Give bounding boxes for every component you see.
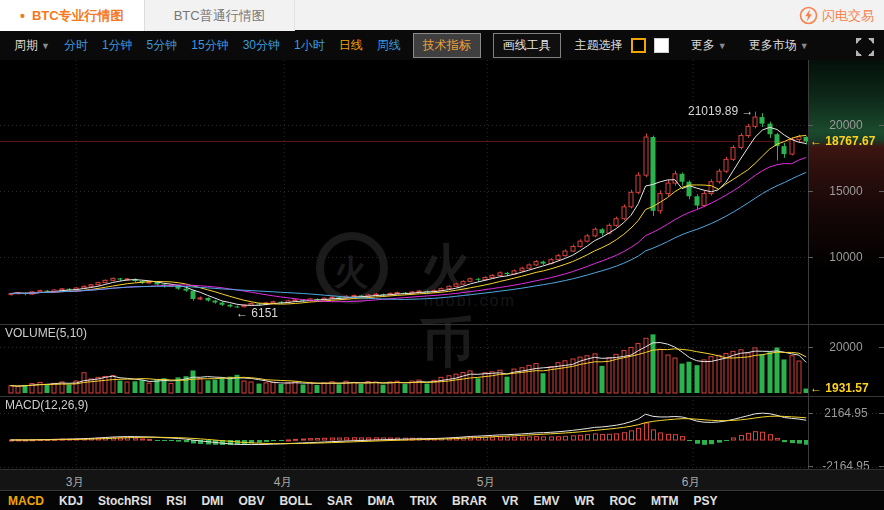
- high-price-annotation: 21019.89 →: [688, 104, 753, 118]
- indicator-tab-brar[interactable]: BRAR: [452, 494, 487, 508]
- indicator-tab-psy[interactable]: PSY: [693, 494, 717, 508]
- panel-divider: [0, 396, 884, 397]
- indicator-tab-sar[interactable]: SAR: [327, 494, 352, 508]
- indicator-tab-vr[interactable]: VR: [502, 494, 519, 508]
- macd-panel-title: MACD(12,26,9): [5, 398, 88, 412]
- x-axis-label-april: 4月: [263, 474, 303, 491]
- indicator-tab-macd[interactable]: MACD: [8, 494, 44, 508]
- indicator-tab-dma[interactable]: DMA: [367, 494, 394, 508]
- x-axis-label-may: 5月: [466, 474, 506, 491]
- volume-axis-label: 20000: [808, 340, 884, 354]
- x-axis-label-march: 3月: [55, 474, 95, 491]
- indicator-tab-wr[interactable]: WR: [574, 494, 594, 508]
- y-axis-label-20000: 20000: [808, 118, 884, 132]
- indicator-tab-rsi[interactable]: RSI: [166, 494, 186, 508]
- indicator-tab-stochrsi[interactable]: StochRSI: [98, 494, 151, 508]
- volume-panel-title: VOLUME(5,10): [5, 326, 87, 340]
- candlestick-chart-canvas[interactable]: [0, 0, 884, 510]
- indicator-tab-dmi[interactable]: DMI: [201, 494, 223, 508]
- last-price-tag: ← 18767.67: [810, 134, 875, 148]
- x-axis-label-june: 6月: [671, 474, 711, 491]
- indicator-tab-kdj[interactable]: KDJ: [59, 494, 83, 508]
- indicator-tab-trix[interactable]: TRIX: [410, 494, 437, 508]
- indicator-tab-emv[interactable]: EMV: [533, 494, 559, 508]
- indicator-tab-boll[interactable]: BOLL: [279, 494, 312, 508]
- y-axis-label-10000: 10000: [808, 250, 884, 264]
- indicator-tab-roc[interactable]: ROC: [609, 494, 636, 508]
- indicator-tab-mtm[interactable]: MTM: [651, 494, 678, 508]
- indicator-tab-obv[interactable]: OBV: [238, 494, 264, 508]
- trading-app: • BTC专业行情图 BTC普通行情图 闪电交易 周期▼ 分时 1分钟 5分钟 …: [0, 0, 884, 510]
- indicator-tab-bar: MACD KDJ StochRSI RSI DMI OBV BOLL SAR D…: [0, 492, 884, 510]
- last-volume-tag: ← 1931.57: [810, 381, 869, 395]
- macd-axis-label-top: 2164.95: [808, 406, 884, 420]
- panel-divider: [0, 324, 884, 325]
- y-axis-label-15000: 15000: [808, 184, 884, 198]
- low-price-annotation: ← 6151: [236, 306, 278, 320]
- x-axis-strip: 3月 4月 5月 6月: [0, 469, 884, 491]
